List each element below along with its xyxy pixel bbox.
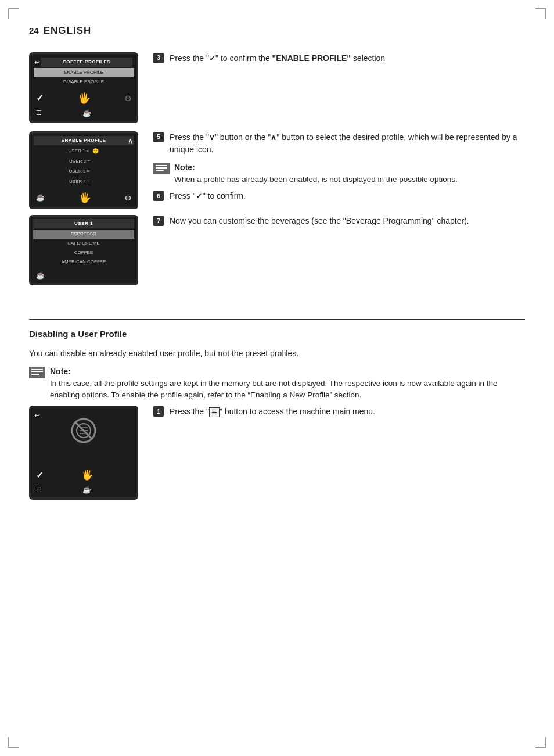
step-text-3: Press the "✓" to confirm the "ENABLE PRO… <box>170 52 525 65</box>
svg-rect-1 <box>156 167 167 169</box>
hand-touch-icon: 🖐 <box>78 91 91 106</box>
user2-row: USER 2 = ☆ <box>34 156 134 167</box>
step-line-5: 5 Press the "∨" button or the "∧" button… <box>153 131 525 156</box>
note-content: Note: When a profile has already been en… <box>174 162 458 185</box>
checkmark-icon-4[interactable]: ✓ <box>36 469 44 482</box>
text-block-step3: 3 Press the "✓" to confirm the "ENABLE P… <box>153 52 525 69</box>
hand-touch-icon-2: 🖐 <box>79 191 91 206</box>
svg-rect-2 <box>156 170 164 171</box>
note-icon-disabling <box>29 367 45 378</box>
back-arrow-icon: ↩ <box>34 57 40 67</box>
note-text-5: When a profile has already been enabled,… <box>174 174 458 185</box>
checkmark-inline-6: ✓ <box>196 191 203 200</box>
power-icon: ⏻ <box>125 94 131 103</box>
screen-title-enable-profile: ENABLE PROFILE <box>34 136 134 145</box>
step-badge-1-disabling: 1 <box>153 406 164 417</box>
step-text-5: Press the "∨" button or the "∧" button t… <box>170 131 525 156</box>
device-inner-2: ENABLE PROFILE ∧ USER 1 = 🙂 USER 2 = ☆ <box>31 134 136 207</box>
user3-label: USER 3 = <box>69 168 90 175</box>
device-outer: ↩ COFFEE PROFILES ENABLE PROFILE DISABLE… <box>29 52 138 123</box>
bottom-section: ↩ <box>29 406 525 500</box>
page: 24 ENGLISH ↩ COFFEE PROFILES ENABLE PROF… <box>0 0 554 756</box>
note-text-disabling: In this case, all the profile settings a… <box>50 378 525 402</box>
device-image-step5: ENABLE PROFILE ∧ USER 1 = 🙂 USER 2 = ☆ <box>29 131 139 210</box>
note-lines-icon <box>155 164 168 173</box>
device-outer-4: ↩ <box>29 406 138 500</box>
svg-rect-0 <box>156 165 167 166</box>
step-badge-3: 3 <box>153 53 164 63</box>
user4-row: USER 4 = ⊞ <box>34 177 134 187</box>
device-outer-2: ENABLE PROFILE ∧ USER 1 = 🙂 USER 2 = ☆ <box>29 131 138 210</box>
note-content-disabling: Note: In this case, all the profile sett… <box>50 366 525 402</box>
svg-rect-4 <box>31 371 43 372</box>
note-title-5: Note: <box>174 162 458 174</box>
screen-title-user1: USER 1 <box>33 219 134 228</box>
section-step7: USER 1 ESPRESSO CAFE' CRE'ME COFFEE AMER… <box>29 215 525 285</box>
menu-icon-4[interactable]: ☰ <box>36 485 42 495</box>
step-line-7: 7 Now you can customise the beverages (s… <box>153 215 525 227</box>
device-image-step1-disabling: ↩ <box>29 406 139 500</box>
text-block-step1-disabling: 1 Press the "☰" button to access the mac… <box>153 406 525 422</box>
note-title-disabling: Note: <box>50 366 525 378</box>
device-image-step3: ↩ COFFEE PROFILES ENABLE PROFILE DISABLE… <box>29 52 139 123</box>
text-block-step7: 7 Now you can customise the beverages (s… <box>153 215 525 232</box>
screen-title-coffee-profiles: COFFEE PROFILES <box>41 58 132 67</box>
svg-rect-5 <box>31 374 39 375</box>
user2-icon: ☆ <box>93 157 98 166</box>
user3-row: USER 3 = ☺ <box>34 167 134 177</box>
screen-item-disable-profile: DISABLE PROFILE <box>34 77 134 87</box>
cup-icon-3: ☕ <box>36 270 45 281</box>
note-box-disabling: Note: In this case, all the profile sett… <box>29 366 525 402</box>
step-badge-6: 6 <box>153 191 164 201</box>
cup-icon-4: ☕ <box>82 485 91 495</box>
chevron-up-icon[interactable]: ∧ <box>128 135 134 147</box>
note-box-step5: Note: When a profile has already been en… <box>153 162 525 185</box>
disabling-section: Disabling a User Profile You can disable… <box>29 319 525 500</box>
user1-row: USER 1 = 🙂 <box>34 146 134 157</box>
note-lines-icon-2 <box>31 368 44 377</box>
espresso-item: ESPRESSO <box>33 230 134 239</box>
device-inner: ↩ COFFEE PROFILES ENABLE PROFILE DISABLE… <box>31 55 136 121</box>
menu-icon-left[interactable]: ☰ <box>36 108 42 118</box>
device-outer-3: USER 1 ESPRESSO CAFE' CRE'ME COFFEE AMER… <box>29 215 138 285</box>
user1-icon: 🙂 <box>92 148 99 156</box>
user4-label: USER 4 = <box>69 178 90 185</box>
device-inner-4: ↩ <box>31 408 136 497</box>
user4-icon: ⊞ <box>93 178 98 186</box>
step-badge-5: 5 <box>153 132 164 142</box>
svg-rect-3 <box>31 369 43 370</box>
step-line-1-disabling: 1 Press the "☰" button to access the mac… <box>153 406 525 418</box>
device-image-step7: USER 1 ESPRESSO CAFE' CRE'ME COFFEE AMER… <box>29 215 139 285</box>
section-step5: ENABLE PROFILE ∧ USER 1 = 🙂 USER 2 = ☆ <box>29 131 525 210</box>
spacer <box>29 291 525 309</box>
text-block-step5: 5 Press the "∨" button or the "∧" button… <box>153 131 525 207</box>
disabling-body-text: You can disable an already enabled user … <box>29 347 525 360</box>
hand-touch-icon-4: 🖐 <box>81 468 93 483</box>
step-text-6: Press "✓" to confirm. <box>170 190 525 202</box>
user1-label: USER 1 = <box>69 148 89 155</box>
step-badge-7: 7 <box>153 216 164 226</box>
checkdown-icon-inline: ✓ <box>209 54 215 63</box>
chevron-up-inline: ∧ <box>271 133 276 142</box>
page-header: 24 ENGLISH <box>29 23 525 38</box>
checkmark-button-icon[interactable]: ✓ <box>36 91 44 105</box>
step-line-6: 6 Press "✓" to confirm. <box>153 190 525 202</box>
coffee-item: COFFEE <box>33 248 134 257</box>
chevron-down-inline: ∨ <box>209 133 215 142</box>
user3-icon: ☺ <box>93 168 98 176</box>
power-icon-2: ⏻ <box>125 193 131 203</box>
american-coffee-item: AMERICAN COFFEE <box>33 257 134 267</box>
user2-label: USER 2 = <box>69 158 90 165</box>
note-icon <box>153 163 170 174</box>
enable-profile-bold: "ENABLE PROFILE" <box>272 53 351 63</box>
page-number: 24 <box>29 24 39 38</box>
menu-button-inline-icon: ☰ <box>209 407 220 417</box>
step-text-7: Now you can customise the beverages (see… <box>170 215 525 227</box>
step-line-3: 3 Press the "✓" to confirm the "ENABLE P… <box>153 52 525 65</box>
language-label: ENGLISH <box>44 23 92 38</box>
cup-icon: ☕ <box>82 108 91 119</box>
section-step3: ↩ COFFEE PROFILES ENABLE PROFILE DISABLE… <box>29 52 525 123</box>
screen-item-enable-profile: ENABLE PROFILE <box>34 68 134 77</box>
device-inner-3: USER 1 ESPRESSO CAFE' CRE'ME COFFEE AMER… <box>31 217 136 283</box>
cafe-creme-item: CAFE' CRE'ME <box>33 239 134 248</box>
